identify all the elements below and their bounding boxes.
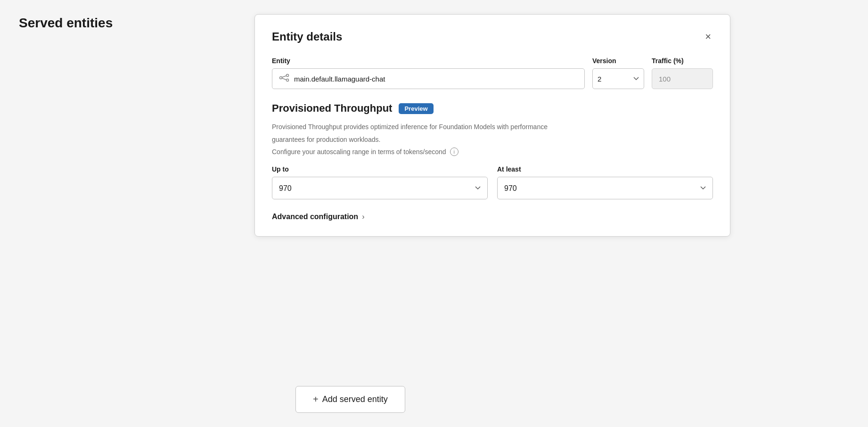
throughput-description-line1: Provisioned Throughput provides optimize… [272, 122, 713, 132]
autoscaling-text: Configure your autoscaling range in term… [272, 148, 446, 156]
model-icon [279, 74, 289, 84]
version-field-group: Version 1 2 3 [592, 57, 644, 89]
up-to-label: Up to [272, 165, 488, 173]
at-least-group: At least 970 500 1000 [497, 165, 713, 199]
entity-input[interactable] [294, 75, 578, 83]
advanced-config-label: Advanced configuration [272, 213, 358, 221]
throughput-description-line2: guarantees for production workloads. [272, 135, 713, 145]
throughput-section-header: Provisioned Throughput Preview [272, 102, 713, 115]
version-label: Version [592, 57, 644, 65]
modal-header: Entity details × [272, 30, 713, 44]
traffic-label: Traffic (%) [652, 57, 713, 65]
traffic-field-group: Traffic (%) [652, 57, 713, 89]
add-entity-label: Add served entity [322, 394, 388, 404]
up-to-group: Up to 970 500 1000 [272, 165, 488, 199]
entity-field-group: Entity [272, 57, 585, 89]
at-least-label: At least [497, 165, 713, 173]
traffic-input[interactable] [652, 68, 713, 89]
add-served-entity-button[interactable]: + Add served entity [295, 386, 405, 413]
chevron-right-icon: › [362, 213, 364, 221]
throughput-title: Provisioned Throughput [272, 102, 392, 115]
up-to-select[interactable]: 970 500 1000 [272, 177, 488, 199]
svg-point-1 [287, 74, 289, 76]
entity-label: Entity [272, 57, 585, 65]
modal-title: Entity details [272, 30, 342, 43]
at-least-select[interactable]: 970 500 1000 [497, 177, 713, 199]
advanced-config-row[interactable]: Advanced configuration › [272, 213, 713, 221]
close-button[interactable]: × [703, 30, 713, 44]
svg-point-0 [280, 76, 282, 79]
entity-form-row: Entity Version [272, 57, 713, 89]
plus-icon: + [313, 394, 319, 405]
throughput-fields-row: Up to 970 500 1000 At least 970 500 1000 [272, 165, 713, 199]
autoscaling-label-row: Configure your autoscaling range in term… [272, 148, 713, 156]
preview-badge: Preview [399, 103, 433, 114]
entity-details-modal: Entity details × Entity [254, 14, 730, 237]
svg-line-4 [282, 78, 287, 80]
info-icon[interactable]: i [450, 148, 459, 156]
version-select[interactable]: 1 2 3 [592, 68, 644, 89]
svg-point-2 [287, 79, 289, 81]
entity-input-wrapper[interactable] [272, 68, 585, 89]
svg-line-3 [282, 75, 287, 77]
